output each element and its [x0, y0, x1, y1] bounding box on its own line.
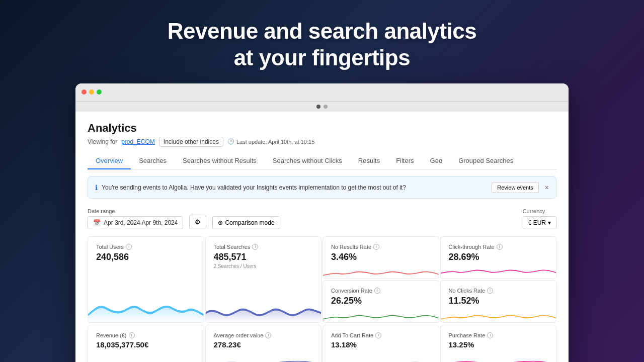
metric-value-add-to-cart-rate: 13.18% [331, 340, 431, 349]
date-range-input[interactable]: 📅 Apr 3rd, 2024 Apr 9th, 2024 [88, 216, 183, 229]
close-window-dot[interactable] [82, 89, 87, 95]
chart-no-results-rate [323, 263, 439, 279]
chart-avg-order-value [206, 353, 321, 362]
currency-select[interactable]: € EUR ▾ [523, 216, 556, 229]
info-icon-revenue[interactable]: i [129, 332, 135, 338]
metric-column-4: Click-through Rate i 28.69% No Clicks Ra… [440, 236, 557, 323]
info-icon-conversion-rate[interactable]: i [374, 288, 380, 294]
alert-bar: ℹ You're sending events to Algolia. Have… [88, 176, 556, 199]
clock-icon: 🕐 [227, 138, 234, 145]
info-icon-no-results-rate[interactable]: i [373, 244, 379, 250]
last-update: 🕐 Last update: April 10th, at 10:15 [227, 138, 314, 145]
metric-card-clickthrough-rate: Click-through Rate i 28.69% [440, 236, 557, 279]
date-range-label: Date range [88, 208, 183, 214]
metric-card-no-clicks-rate: No Clicks Rate i 11.52% [440, 280, 557, 323]
metric-value-total-users: 240,586 [96, 252, 196, 262]
info-icon-clickthrough-rate[interactable]: i [497, 244, 503, 250]
chart-conversion-rate [323, 307, 439, 322]
pagination-dot-2[interactable] [324, 105, 328, 109]
currency-value: € EUR [528, 219, 546, 226]
metric-value-no-clicks-rate: 11.52% [449, 296, 548, 306]
viewing-for-label: Viewing for [88, 138, 117, 145]
metric-sub-total-searches: 2 Searches / Users [214, 263, 313, 269]
hero-line2: at your fingertips [168, 45, 477, 71]
info-icon-total-users[interactable]: i [126, 244, 132, 250]
metric-column-3: No Results Rate i 3.46% Conversion Rate … [323, 236, 439, 323]
hero-line1: Revenue and search analytics [168, 18, 477, 45]
metric-title-clickthrough-rate: Click-through Rate i [449, 244, 548, 250]
info-icon-add-to-cart-rate[interactable]: i [375, 332, 381, 338]
analytics-subtitle: Viewing for prod_ECOM Include other indi… [88, 137, 556, 147]
currency-group: Currency € EUR ▾ [523, 208, 556, 229]
chart-total-users [88, 263, 204, 322]
metric-card-no-results-rate: No Results Rate i 3.46% [323, 236, 439, 279]
metric-card-total-users: Total Users i 240,586 [88, 236, 204, 323]
tab-filters[interactable]: Filters [388, 153, 422, 169]
tab-geo[interactable]: Geo [422, 153, 451, 169]
metric-value-revenue: 18,035,377.50€ [96, 340, 196, 349]
review-events-button[interactable]: Review events [492, 182, 539, 193]
metric-title-no-clicks-rate: No Clicks Rate i [449, 288, 548, 294]
controls-row: Date range 📅 Apr 3rd, 2024 Apr 9th, 2024… [88, 206, 556, 229]
tab-grouped-searches[interactable]: Grouped Searches [450, 153, 521, 169]
info-icon-total-searches[interactable]: i [252, 244, 258, 250]
include-indices-button[interactable]: Include other indices [159, 137, 223, 147]
metric-title-total-searches: Total Searches i [214, 244, 313, 250]
filter-icon: ⚙ [195, 218, 201, 226]
info-icon: ℹ [95, 184, 98, 192]
pagination-dot-1[interactable] [316, 105, 320, 109]
bottom-metrics-grid: Revenue (€) i 18,035,377.50€ Average ord… [88, 325, 556, 362]
metric-card-conversion-rate: Conversion Rate i 26.25% [323, 280, 439, 323]
comparison-mode-button[interactable]: ⊕ Comparison mode [212, 216, 280, 229]
chart-total-searches [206, 269, 321, 322]
metric-title-avg-order-value: Average order value i [214, 332, 313, 338]
analytics-title: Analytics [88, 122, 556, 135]
minimize-window-dot[interactable] [89, 89, 94, 95]
comparison-label: Comparison mode [225, 219, 274, 226]
browser-window: Analytics Viewing for prod_ECOM Include … [75, 83, 569, 362]
metric-value-conversion-rate: 26.25% [331, 296, 431, 306]
metric-value-avg-order-value: 278.23€ [214, 340, 313, 349]
pagination-dots [75, 102, 569, 112]
info-icon-purchase-rate[interactable]: i [487, 332, 493, 338]
alert-text: You're sending events to Algolia. Have y… [102, 184, 488, 191]
metric-value-clickthrough-rate: 28.69% [449, 252, 548, 262]
window-controls [82, 89, 102, 95]
hero-heading: Revenue and search analytics at your fin… [157, 0, 487, 83]
metric-title-revenue: Revenue (€) i [96, 332, 196, 338]
calendar-icon: 📅 [93, 219, 101, 226]
alert-close-button[interactable]: × [545, 184, 549, 192]
analytics-panel: Analytics Viewing for prod_ECOM Include … [75, 112, 569, 362]
compare-icon: ⊕ [218, 219, 223, 226]
metric-card-add-to-cart-rate: Add To Cart Rate i 13.18% [323, 325, 439, 362]
currency-label: Currency [523, 208, 556, 214]
metric-title-total-users: Total Users i [96, 244, 196, 250]
tab-searches[interactable]: Searches [131, 153, 175, 169]
filter-button[interactable]: ⚙ [189, 215, 206, 229]
metric-title-no-results-rate: No Results Rate i [331, 244, 431, 250]
tab-searches-without-results[interactable]: Searches without Results [175, 153, 265, 169]
index-name-link[interactable]: prod_ECOM [121, 138, 155, 145]
chart-revenue [88, 353, 204, 362]
metric-title-conversion-rate: Conversion Rate i [331, 288, 431, 294]
chart-purchase-rate [441, 353, 556, 362]
date-range-group: Date range 📅 Apr 3rd, 2024 Apr 9th, 2024 [88, 208, 183, 229]
tab-searches-without-clicks[interactable]: Searches without Clicks [265, 153, 350, 169]
metric-card-avg-order-value: Average order value i 278.23€ [205, 325, 322, 362]
top-metrics-grid: Total Users i 240,586 [88, 236, 556, 323]
metric-title-purchase-rate: Purchase Rate i [449, 332, 548, 338]
chart-add-to-cart-rate [323, 353, 439, 362]
date-range-value: Apr 3rd, 2024 Apr 9th, 2024 [104, 219, 178, 226]
metric-card-total-searches: Total Searches i 485,571 2 Searches / Us… [205, 236, 322, 323]
metric-card-purchase-rate: Purchase Rate i 13.25% [440, 325, 557, 362]
last-update-text: Last update: April 10th, at 10:15 [236, 139, 314, 145]
chevron-down-icon: ▾ [548, 219, 551, 226]
tab-overview[interactable]: Overview [88, 153, 131, 169]
navigation-tabs: Overview Searches Searches without Resul… [88, 153, 556, 169]
metric-card-revenue: Revenue (€) i 18,035,377.50€ [88, 325, 204, 362]
info-icon-avg-order-value[interactable]: i [265, 332, 271, 338]
info-icon-no-clicks-rate[interactable]: i [487, 288, 493, 294]
tab-results[interactable]: Results [350, 153, 388, 169]
maximize-window-dot[interactable] [97, 89, 102, 95]
chart-no-clicks-rate [441, 307, 556, 322]
